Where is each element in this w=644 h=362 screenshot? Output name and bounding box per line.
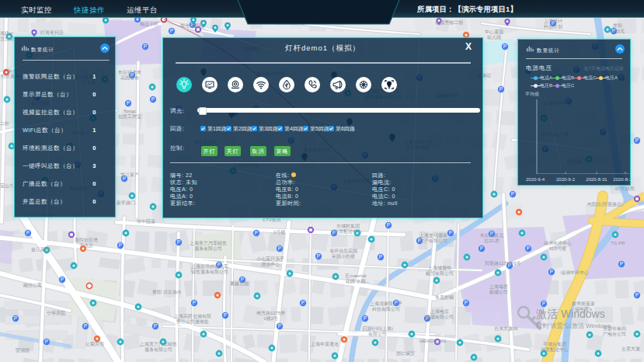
svg-text:P: P — [61, 277, 64, 282]
svg-text:P: P — [503, 44, 506, 49]
svg-text:P: P — [550, 269, 553, 274]
svg-text:P: P — [301, 300, 305, 305]
svg-text:P: P — [278, 323, 281, 329]
svg-text:P: P — [84, 323, 87, 329]
svg-text:P: P — [177, 239, 180, 245]
svg-text:P: P — [278, 245, 281, 251]
svg-text:P: P — [449, 230, 452, 235]
svg-text:P: P — [144, 44, 147, 49]
svg-text:P: P — [224, 312, 227, 318]
svg-text:P: P — [379, 254, 382, 259]
svg-text:P: P — [119, 242, 122, 248]
svg-text:P: P — [317, 253, 320, 259]
svg-text:P: P — [511, 191, 514, 197]
svg-text:P: P — [635, 137, 639, 143]
svg-text:P: P — [387, 222, 390, 228]
svg-text:P: P — [45, 339, 48, 344]
svg-text:P: P — [480, 245, 483, 251]
svg-text:P: P — [500, 86, 503, 92]
svg-text:P: P — [527, 245, 530, 251]
svg-text:P: P — [151, 96, 155, 102]
svg-text:P: P — [620, 261, 623, 266]
svg-text:P: P — [364, 315, 367, 321]
svg-text:P: P — [193, 300, 196, 305]
svg-text:P: P — [255, 230, 258, 235]
svg-text:P: P — [170, 28, 173, 33]
svg-text:P: P — [14, 315, 17, 321]
svg-text:P: P — [635, 292, 639, 298]
svg-text:P: P — [154, 323, 157, 329]
svg-text:P: P — [465, 300, 468, 305]
svg-text:P: P — [127, 100, 130, 106]
svg-text:P: P — [542, 301, 545, 306]
svg-text:P: P — [26, 230, 30, 235]
